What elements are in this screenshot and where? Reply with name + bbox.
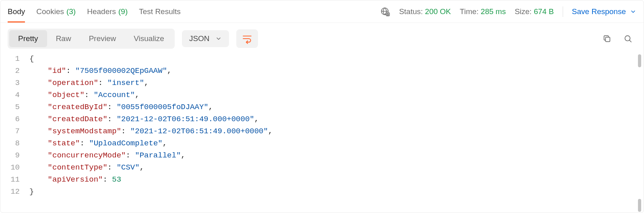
chevron-down-icon <box>630 8 636 15</box>
svg-rect-4 <box>605 37 610 41</box>
view-visualize-button[interactable]: Visualize <box>125 30 173 47</box>
tab-tests-label: Test Results <box>139 7 180 16</box>
response-tabs-row: Body Cookies (3) Headers (9) Test Result… <box>0 0 644 23</box>
network-icon[interactable] <box>380 7 390 17</box>
save-response-button[interactable]: Save Response <box>572 7 636 16</box>
wrap-icon <box>242 33 252 44</box>
save-response-label: Save Response <box>572 7 626 16</box>
scrollbar-thumb[interactable] <box>638 199 641 212</box>
tab-cookies-count: (3) <box>66 7 76 16</box>
time-block: Time: 285 ms <box>460 7 506 16</box>
size-value: 674 B <box>534 7 554 16</box>
status-label: Status: <box>399 7 423 16</box>
response-body-viewer[interactable]: 123456789101112 { "id": "7505f000002QEpG… <box>0 53 644 213</box>
search-icon <box>623 34 632 43</box>
tab-cookies[interactable]: Cookies (3) <box>36 0 76 23</box>
response-tabs: Body Cookies (3) Headers (9) Test Result… <box>8 0 181 23</box>
line-gutter: 123456789101112 <box>8 53 29 198</box>
view-pretty-button[interactable]: Pretty <box>9 30 47 47</box>
divider <box>563 6 563 17</box>
view-preview-button[interactable]: Preview <box>80 30 125 47</box>
copy-button[interactable] <box>603 34 611 43</box>
copy-icon <box>603 34 611 43</box>
scrollbar-thumb[interactable] <box>638 54 641 67</box>
tab-body-label: Body <box>8 7 25 16</box>
status-block: Status: 200 OK <box>399 7 451 16</box>
tab-headers[interactable]: Headers (9) <box>87 0 128 23</box>
search-button[interactable] <box>623 34 632 43</box>
tab-headers-label: Headers <box>87 7 116 16</box>
tab-cookies-label: Cookies <box>36 7 64 16</box>
body-toolbar: Pretty Raw Preview Visualize JSON <box>0 23 644 53</box>
format-select[interactable]: JSON <box>182 30 229 47</box>
tab-body[interactable]: Body <box>8 0 25 23</box>
code-lines: { "id": "7505f000002QEpGAAW", "operation… <box>29 53 272 198</box>
response-meta: Status: 200 OK Time: 285 ms Size: 674 B … <box>380 6 636 17</box>
time-label: Time: <box>460 7 479 16</box>
time-value: 285 ms <box>481 7 506 16</box>
code-area: 123456789101112 { "id": "7505f000002QEpG… <box>0 53 644 198</box>
size-block: Size: 674 B <box>515 7 554 16</box>
tab-headers-count: (9) <box>118 7 128 16</box>
toolbar-right <box>603 34 636 43</box>
svg-line-6 <box>630 40 632 42</box>
format-select-label: JSON <box>189 34 210 43</box>
chevron-down-icon <box>215 35 222 42</box>
wrap-lines-button[interactable] <box>236 29 258 48</box>
status-value: 200 OK <box>425 7 451 16</box>
view-mode-group: Pretty Raw Preview Visualize <box>8 29 175 49</box>
size-label: Size: <box>515 7 532 16</box>
view-raw-button[interactable]: Raw <box>47 30 80 47</box>
tab-test-results[interactable]: Test Results <box>139 0 180 23</box>
